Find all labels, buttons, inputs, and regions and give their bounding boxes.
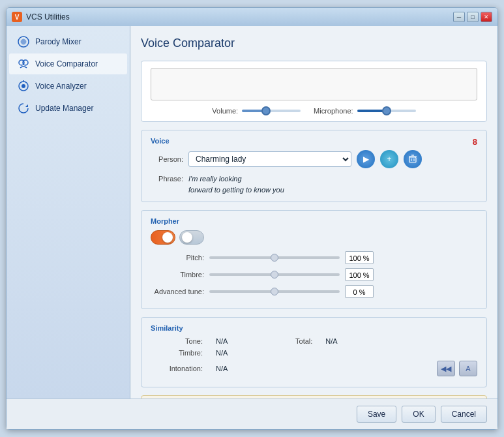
- volume-label: Volume:: [212, 107, 238, 115]
- morpher-toggle-on[interactable]: [151, 230, 175, 245]
- morpher-section: Morpher Pitch: 100 % Timbre: 100 % Advan…: [141, 210, 487, 309]
- voice-analyzer-icon: [17, 80, 30, 93]
- total-label: Total:: [260, 337, 312, 345]
- svg-point-4: [22, 84, 25, 88]
- total-value: N/A: [325, 337, 337, 345]
- advanced-slider[interactable]: [209, 290, 340, 293]
- window-body: Parody Mixer Voice Comparator: [7, 26, 497, 399]
- sidebar-label-voice-comparator: Voice Comparator: [35, 59, 98, 68]
- sim-timbre-value: N/A: [216, 349, 228, 357]
- toggle-row: [151, 230, 477, 245]
- tone-label: Tone:: [151, 337, 203, 345]
- page-title: Voice Comparator: [141, 37, 487, 50]
- sidebar-label-update-manager: Update Manager: [35, 104, 93, 113]
- prev-button[interactable]: ◀◀: [437, 361, 455, 376]
- svg-marker-6: [25, 104, 28, 107]
- phrase-row: Phrase: I'm really lookingforward to get…: [151, 173, 477, 195]
- sidebar-label-parody-mixer: Parody Mixer: [35, 37, 82, 46]
- pitch-label: Pitch:: [151, 254, 209, 262]
- svg-rect-7: [409, 157, 416, 162]
- timbre-label: Timbre:: [151, 271, 209, 279]
- title-buttons: ─ □ ✕: [453, 12, 492, 22]
- pitch-row: Pitch: 100 %: [151, 251, 477, 264]
- sidebar-item-parody-mixer[interactable]: Parody Mixer: [9, 31, 127, 52]
- waveform-display: [151, 68, 477, 100]
- title-bar: V VCS Utilities ─ □ ✕: [7, 8, 497, 26]
- microphone-label: Microphone:: [314, 107, 353, 115]
- advanced-row: Advanced tune: 0 %: [151, 285, 477, 298]
- person-label: Person:: [151, 155, 183, 163]
- main-window: V VCS Utilities ─ □ ✕ Parody Mixer: [6, 7, 498, 430]
- morpher-section-title: Morpher: [151, 217, 477, 225]
- volume-slider[interactable]: [242, 110, 301, 112]
- sidebar-item-update-manager[interactable]: Update Manager: [9, 98, 127, 119]
- advanced-label: Advanced tune:: [151, 288, 209, 295]
- similarity-section: Similarity Tone: N/A Total: N/A Timbre: …: [141, 317, 487, 387]
- close-button[interactable]: ✕: [481, 12, 492, 22]
- timbre-slider[interactable]: [209, 273, 340, 276]
- intonation-value: N/A: [216, 365, 228, 372]
- phrase-text: I'm really lookingforward to getting to …: [188, 173, 284, 195]
- parody-mixer-icon: [17, 35, 30, 48]
- timbre-row: Timbre: 100 %: [151, 268, 477, 281]
- sidebar: Parody Mixer Voice Comparator: [7, 26, 130, 399]
- update-manager-icon: [17, 102, 30, 115]
- tone-value: N/A: [216, 337, 228, 345]
- phrase-label: Phrase:: [151, 173, 183, 183]
- microphone-slider[interactable]: [357, 110, 416, 112]
- app-icon: V: [12, 12, 22, 22]
- tone-total-row: Tone: N/A Total: N/A: [151, 337, 477, 345]
- play-button[interactable]: ▶: [357, 150, 375, 168]
- sidebar-label-voice-analyzer: Voice Analyzer: [35, 82, 87, 91]
- voice-section-title: Voice: [151, 137, 477, 145]
- similarity-section-title: Similarity: [151, 324, 477, 332]
- volume-container: Volume:: [212, 107, 301, 115]
- save-button[interactable]: Save: [357, 406, 396, 423]
- voice-badge: 8: [473, 137, 477, 147]
- sim-timbre-label: Timbre:: [151, 349, 203, 357]
- pitch-value: 100 %: [345, 251, 374, 264]
- audio-controls: Volume: Microphone:: [151, 107, 477, 115]
- sim-timbre-row: Timbre: N/A: [151, 349, 477, 357]
- footer: Save OK Cancel: [7, 399, 497, 429]
- svg-point-2: [23, 60, 28, 65]
- add-button[interactable]: +: [380, 150, 398, 168]
- person-row: Person: Charming lady ▶ +: [151, 150, 477, 168]
- advanced-value: 0 %: [345, 285, 374, 298]
- sidebar-item-voice-comparator[interactable]: Voice Comparator: [9, 53, 127, 74]
- person-select[interactable]: Charming lady: [188, 151, 351, 167]
- sidebar-item-voice-analyzer[interactable]: Voice Analyzer: [9, 76, 127, 97]
- voice-comparator-icon: [17, 57, 30, 70]
- ok-button[interactable]: OK: [402, 406, 435, 423]
- microphone-container: Microphone:: [314, 107, 416, 115]
- main-content: Voice Comparator Volume: Microphone:: [130, 26, 497, 399]
- maximize-button[interactable]: □: [467, 12, 479, 22]
- delete-button[interactable]: [404, 150, 422, 168]
- pitch-slider[interactable]: [209, 256, 340, 259]
- cancel-button[interactable]: Cancel: [441, 406, 487, 423]
- intonation-label: Intonation:: [151, 365, 203, 372]
- voice-section: Voice 8 Person: Charming lady ▶ +: [141, 130, 487, 202]
- intonation-row: Intonation: N/A ◀◀ A: [151, 361, 477, 376]
- window-title: VCS Utilities: [26, 12, 70, 22]
- timbre-value: 100 %: [345, 268, 374, 281]
- morpher-toggle-off[interactable]: [179, 230, 204, 245]
- title-left: V VCS Utilities: [12, 12, 70, 22]
- minimize-button[interactable]: ─: [453, 12, 465, 22]
- audio-panel: Volume: Microphone:: [141, 61, 487, 122]
- analyze-button[interactable]: A: [459, 361, 477, 376]
